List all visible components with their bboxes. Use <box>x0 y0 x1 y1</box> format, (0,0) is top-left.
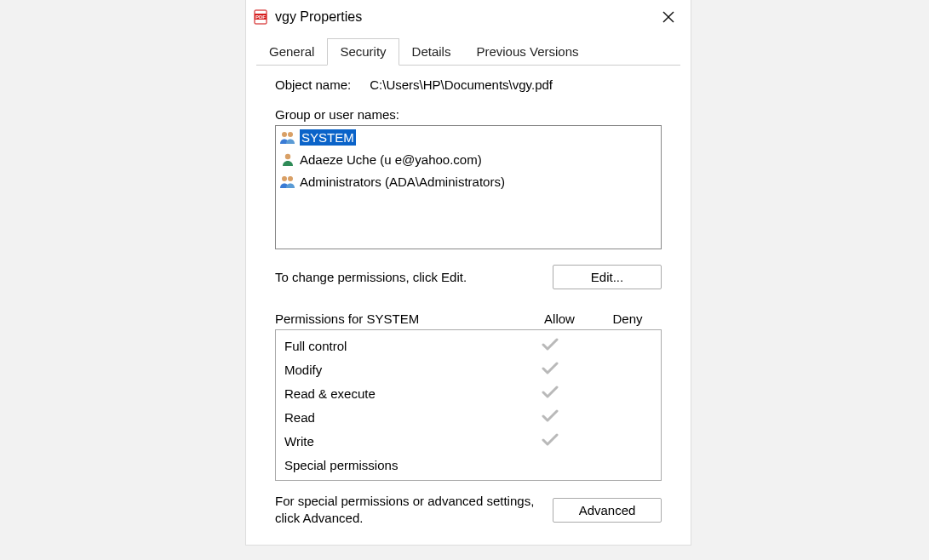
properties-dialog: PDF vgy Properties General Security Deta… <box>245 0 691 546</box>
group-icon <box>279 129 296 146</box>
edit-hint: To change permissions, click Edit. <box>275 270 553 284</box>
close-icon <box>662 11 674 23</box>
check-icon <box>542 361 559 378</box>
tab-previous-versions[interactable]: Previous Versions <box>463 38 591 66</box>
group-icon <box>279 173 296 190</box>
check-icon <box>542 385 559 402</box>
permission-allow <box>516 432 584 449</box>
tab-general[interactable]: General <box>256 38 327 66</box>
tabs: General Security Details Previous Versio… <box>256 37 680 66</box>
permissions-list: Full controlModifyRead & executeReadWrit… <box>275 329 662 481</box>
svg-text:PDF: PDF <box>255 14 266 20</box>
advanced-hint: For special permissions or advanced sett… <box>275 493 553 528</box>
permission-allow <box>516 337 584 354</box>
list-item[interactable]: SYSTEM <box>276 126 661 148</box>
principal-name: Administrators (ADA\Administrators) <box>300 174 505 189</box>
principal-name: SYSTEM <box>300 129 356 146</box>
svg-point-5 <box>282 132 287 137</box>
perm-header: Permissions for SYSTEM Allow Deny <box>275 311 662 326</box>
perm-col-allow: Allow <box>525 311 594 326</box>
check-icon <box>542 337 559 354</box>
perm-heading: Permissions for SYSTEM <box>275 311 525 326</box>
pdf-file-icon: PDF <box>253 9 268 25</box>
titlebar: PDF vgy Properties <box>246 0 691 37</box>
permission-row: Read & execute <box>276 381 661 405</box>
object-name-row: Object name: C:\Users\HP\Documents\vgy.p… <box>275 77 662 92</box>
user-icon <box>279 151 296 168</box>
list-item[interactable]: Adaeze Uche (u e@yahoo.com) <box>276 148 661 170</box>
permission-allow <box>516 361 584 378</box>
perm-col-deny: Deny <box>594 311 662 326</box>
svg-point-9 <box>288 176 293 181</box>
groups-listbox[interactable]: SYSTEMAdaeze Uche (u e@yahoo.com)Adminis… <box>275 125 662 249</box>
principal-name: Adaeze Uche (u e@yahoo.com) <box>300 152 482 167</box>
svg-point-6 <box>288 132 293 137</box>
window-title: vgy Properties <box>275 9 653 25</box>
list-item[interactable]: Administrators (ADA\Administrators) <box>276 170 661 192</box>
permission-row: Read <box>276 405 661 429</box>
groups-label: Group or user names: <box>275 107 662 122</box>
svg-point-8 <box>282 176 287 181</box>
advanced-button[interactable]: Advanced <box>553 498 662 523</box>
permission-row: Special permissions <box>276 453 661 477</box>
check-icon <box>542 432 559 449</box>
object-name-value: C:\Users\HP\Documents\vgy.pdf <box>370 77 553 92</box>
permission-row: Modify <box>276 357 661 381</box>
permission-name: Read & execute <box>284 386 516 401</box>
permission-allow <box>516 409 584 426</box>
svg-point-7 <box>285 154 290 159</box>
check-icon <box>542 409 559 426</box>
permission-name: Special permissions <box>284 458 516 472</box>
permission-allow <box>516 385 584 402</box>
permission-name: Full control <box>284 339 516 353</box>
tab-content: Object name: C:\Users\HP\Documents\vgy.p… <box>256 66 680 545</box>
close-button[interactable] <box>653 5 684 29</box>
tab-details[interactable]: Details <box>399 38 464 66</box>
permission-name: Read <box>284 410 516 425</box>
permission-name: Modify <box>284 363 516 377</box>
permission-row: Write <box>276 429 661 453</box>
object-name-label: Object name: <box>275 77 351 92</box>
permission-row: Full control <box>276 334 661 357</box>
tab-security[interactable]: Security <box>327 38 399 66</box>
permission-name: Write <box>284 434 516 449</box>
edit-button[interactable]: Edit... <box>553 265 662 289</box>
tabs-wrap: General Security Details Previous Versio… <box>246 37 691 545</box>
